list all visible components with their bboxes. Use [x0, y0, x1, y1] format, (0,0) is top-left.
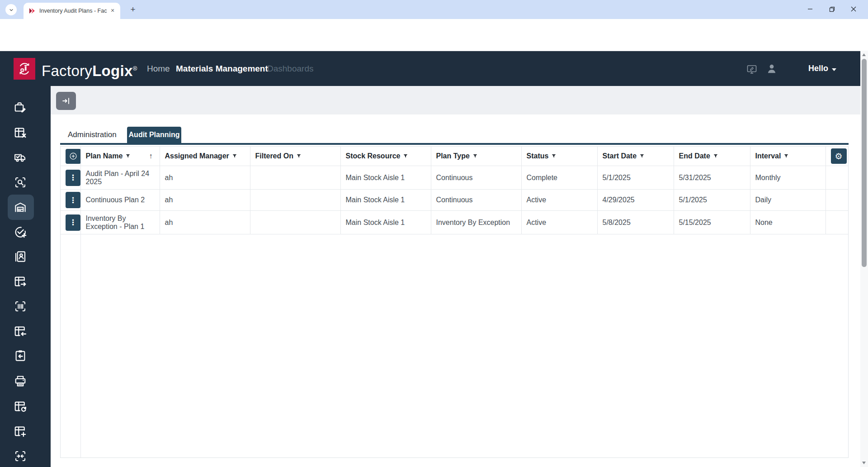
filter-icon[interactable]: [296, 153, 302, 159]
restore-icon: [829, 6, 835, 12]
sidebar-item-printer[interactable]: [14, 374, 27, 388]
sidebar-item-clipboard-return[interactable]: [14, 349, 27, 362]
window-close-button[interactable]: [843, 0, 864, 18]
col-plan-name[interactable]: Plan Name ↑: [80, 147, 160, 166]
tab-audit-planning[interactable]: Audit Planning: [127, 127, 181, 143]
row-menu-button[interactable]: ⋮: [66, 214, 80, 231]
cell-status: Active: [521, 211, 597, 234]
row-menu-button[interactable]: ⋮: [66, 192, 80, 208]
sidebar-item-table-refresh[interactable]: [14, 400, 27, 413]
nav-dashboards[interactable]: Dashboards: [267, 51, 313, 86]
circle-plus-icon: [69, 152, 78, 161]
tab-administration[interactable]: Administration: [61, 127, 123, 143]
scroll-down-arrow-icon[interactable]: [862, 462, 866, 464]
sidebar-item-task-add[interactable]: [14, 225, 27, 239]
col-status[interactable]: Status: [521, 147, 597, 166]
col-label: Status: [527, 152, 549, 160]
caret-down-icon: [832, 68, 836, 71]
filter-icon[interactable]: [125, 153, 131, 159]
cell-settings-spacer: [826, 211, 848, 234]
col-label: Plan Name: [86, 152, 123, 160]
scrollbar-thumb[interactable]: [862, 59, 867, 267]
factorylogix-logo-icon: [16, 60, 33, 77]
table-row[interactable]: ⋮ Continuous Plan 2 ah Main Stock Aisle …: [61, 190, 848, 211]
filter-icon[interactable]: [783, 153, 789, 159]
cell-settings-spacer: [826, 190, 848, 211]
filter-icon[interactable]: [403, 153, 408, 159]
kebab-icon: ⋮: [69, 174, 77, 181]
consolidate-icon: [14, 449, 27, 463]
cell-assigned-manager: ah: [160, 211, 250, 234]
table-row[interactable]: ⋮ Inventory By Exception - Plan 1 ah Mai…: [61, 211, 848, 234]
sidebar-item-table-export[interactable]: [14, 275, 27, 288]
main-content: Administration Audit Planning: [51, 86, 860, 467]
nav-home[interactable]: Home: [147, 51, 170, 86]
sidebar-item-briefcase-edit[interactable]: [14, 101, 27, 114]
minimize-icon: [807, 6, 813, 12]
table-add-icon: [14, 424, 27, 438]
cell-assigned-manager: ah: [160, 166, 250, 190]
window-restore-button[interactable]: [821, 0, 842, 18]
browser-tab[interactable]: Inventory Audit Plans - FactoryL ×: [24, 3, 120, 19]
col-start-date[interactable]: Start Date: [597, 147, 674, 166]
sort-asc-icon[interactable]: ↑: [149, 152, 153, 160]
cell-plan-name: Inventory By Exception - Plan 1: [80, 211, 160, 234]
brand-factory: Factory: [42, 62, 92, 79]
cell-plan-name: Audit Plan - April 24 2025: [80, 166, 160, 190]
cell-stock-resource: Main Stock Aisle 1: [340, 166, 431, 190]
col-interval[interactable]: Interval: [750, 147, 826, 166]
factorylogix-logo[interactable]: [14, 58, 35, 80]
cell-assigned-manager: ah: [160, 190, 250, 211]
filter-icon[interactable]: [551, 153, 557, 159]
filter-icon[interactable]: [639, 153, 645, 159]
table-remove-icon: [14, 126, 27, 139]
filter-icon[interactable]: [713, 153, 718, 159]
col-end-date[interactable]: End Date: [674, 147, 750, 166]
sidebar-item-contact-card[interactable]: [14, 250, 27, 263]
sidebar-item-truck-check[interactable]: [14, 151, 27, 164]
kebab-icon: ⋮: [69, 219, 77, 226]
cell-interval: Daily: [750, 190, 826, 211]
sidebar-item-barcode-scan[interactable]: [14, 300, 27, 313]
filter-icon[interactable]: [472, 153, 478, 159]
factorylogix-favicon-icon: [28, 7, 36, 14]
sidebar-item-consolidate[interactable]: [14, 449, 27, 463]
row-menu-button[interactable]: ⋮: [66, 170, 80, 186]
col-plan-type[interactable]: Plan Type: [431, 147, 521, 166]
grid-header-row: Plan Name ↑ Assigned Manager Filtered On: [61, 147, 848, 166]
add-plan-button[interactable]: [66, 149, 81, 164]
new-tab-button[interactable]: +: [127, 4, 138, 15]
scroll-up-arrow-icon[interactable]: [862, 53, 866, 56]
remote-support-button[interactable]: [746, 64, 758, 75]
user-profile-button[interactable]: [766, 63, 778, 75]
nav-materials-management[interactable]: Materials Management: [176, 51, 268, 86]
table-export-icon: [14, 275, 27, 288]
sidebar-item-table-remove[interactable]: [14, 126, 27, 139]
audit-plans-grid: Plan Name ↑ Assigned Manager Filtered On: [60, 146, 849, 458]
user-menu[interactable]: Hello: [808, 51, 836, 86]
cell-plan-type: Continuous: [431, 166, 521, 190]
cell-settings-spacer: [826, 166, 848, 190]
sidebar-item-table-add[interactable]: [14, 424, 27, 438]
window-minimize-button[interactable]: [800, 0, 821, 18]
sidebar-item-warehouse[interactable]: [14, 200, 27, 214]
col-label: Plan Type: [436, 152, 470, 160]
cell-start-date: 5/8/2025: [597, 211, 674, 234]
collapse-panel-button[interactable]: [56, 92, 76, 110]
page-scrollbar[interactable]: [860, 51, 868, 467]
task-add-icon: [14, 225, 27, 239]
col-assigned-manager[interactable]: Assigned Manager: [160, 147, 250, 166]
briefcase-edit-icon: [14, 101, 27, 114]
sidebar-item-table-import[interactable]: [14, 324, 27, 338]
person-icon: [766, 63, 778, 75]
registered-mark: ®: [133, 65, 137, 72]
tab-close-button[interactable]: ×: [108, 7, 117, 15]
tab-search-button[interactable]: [5, 4, 17, 15]
printer-icon: [14, 374, 27, 388]
table-row[interactable]: ⋮ Audit Plan - April 24 2025 ah Main Sto…: [61, 166, 848, 190]
sidebar-item-scan-search[interactable]: [14, 176, 27, 189]
filter-icon[interactable]: [232, 153, 237, 159]
col-stock-resource[interactable]: Stock Resource: [340, 147, 431, 166]
column-settings-button[interactable]: ⚙: [831, 148, 847, 164]
col-filtered-on[interactable]: Filtered On: [250, 147, 340, 166]
